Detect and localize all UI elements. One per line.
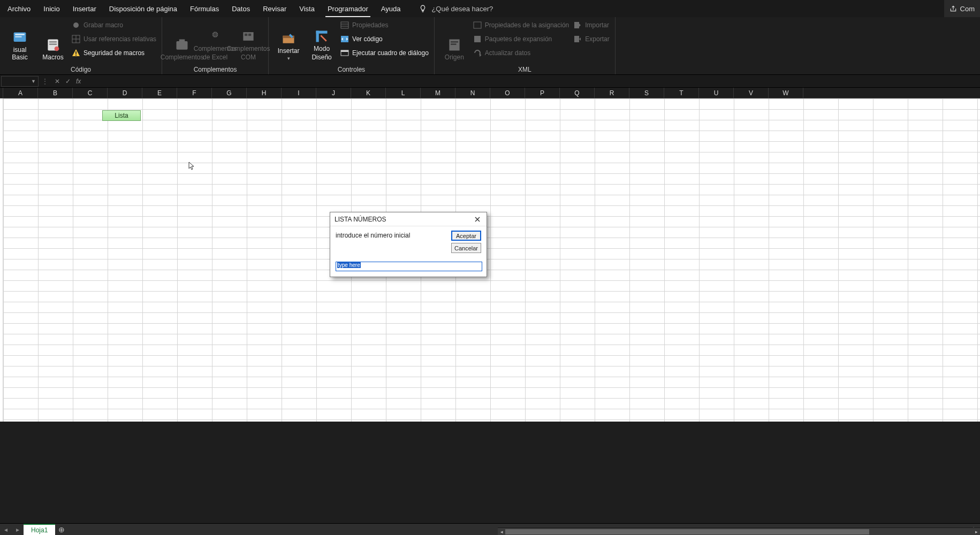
macros-button[interactable]: Macros: [39, 19, 67, 61]
tell-me-search[interactable]: ¿Qué desea hacer?: [419, 4, 493, 13]
col-header[interactable]: V: [734, 88, 769, 98]
sheet-tab-hoja1[interactable]: Hoja1: [24, 524, 55, 536]
relative-refs-button[interactable]: Usar referencias relativas: [72, 33, 156, 45]
col-header[interactable]: E: [142, 88, 177, 98]
svg-rect-11: [75, 51, 77, 54]
xml-source-label: Origen: [445, 54, 464, 61]
chevron-down-icon: ▾: [287, 56, 290, 61]
col-header[interactable]: S: [629, 88, 664, 98]
col-header[interactable]: J: [316, 88, 351, 98]
fx-icon[interactable]: fx: [76, 78, 81, 85]
macro-security-label: Seguridad de macros: [83, 49, 145, 57]
spreadsheet-grid[interactable]: Lista LISTA NÚMEROS introduce el número …: [0, 98, 980, 422]
svg-rect-31: [451, 43, 457, 45]
sheet-nav-prev[interactable]: ◂: [0, 526, 12, 533]
addins-button[interactable]: Complementos: [168, 19, 196, 61]
macro-security-button[interactable]: Seguridad de macros: [72, 47, 156, 59]
input-dialog: LISTA NÚMEROS introduce el número inicia…: [330, 212, 487, 277]
xml-source-button[interactable]: Origen: [440, 19, 469, 61]
name-box[interactable]: ▼: [1, 76, 39, 87]
tab-revisar[interactable]: Revisar: [256, 0, 293, 17]
view-code-label: Ver código: [352, 35, 383, 43]
col-header[interactable]: B: [38, 88, 73, 98]
export-xml-button[interactable]: Exportar: [573, 33, 609, 45]
properties-label: Propiedades: [352, 21, 388, 29]
dialog-title-text: LISTA NÚMEROS: [335, 216, 386, 223]
horizontal-scrollbar[interactable]: ◂ ▸: [498, 528, 980, 535]
map-properties-label: Propiedades de la asignación: [485, 21, 569, 29]
tab-formulas[interactable]: Fórmulas: [184, 0, 225, 17]
col-header[interactable]: O: [490, 88, 525, 98]
com-addins-label1: Complementos: [227, 45, 270, 52]
col-header[interactable]: R: [595, 88, 629, 98]
svg-rect-2: [15, 36, 21, 37]
col-header[interactable]: M: [421, 88, 455, 98]
tab-disposicion[interactable]: Disposición de página: [103, 0, 184, 17]
col-header[interactable]: P: [525, 88, 560, 98]
col-header[interactable]: Q: [560, 88, 595, 98]
tab-insertar[interactable]: Insertar: [66, 0, 103, 17]
add-sheet-button[interactable]: ⊕: [55, 525, 68, 534]
expansion-packs-button[interactable]: Paquetes de expansión: [473, 33, 569, 45]
col-header[interactable]: C: [73, 88, 108, 98]
share-button[interactable]: Com: [944, 0, 980, 17]
tab-ayuda[interactable]: Ayuda: [375, 0, 407, 17]
refresh-data-button[interactable]: Actualizar datos: [473, 47, 569, 59]
run-dialog-button[interactable]: Ejecutar cuadro de diálogo: [340, 47, 429, 59]
dialog-accept-button[interactable]: Aceptar: [451, 231, 481, 241]
col-header[interactable]: K: [351, 88, 386, 98]
cancel-formula-icon[interactable]: ✕: [55, 78, 60, 85]
col-header[interactable]: U: [699, 88, 734, 98]
record-macro-button[interactable]: Grabar macro: [72, 19, 156, 31]
svg-rect-32: [474, 22, 481, 28]
group-complementos: Complementos Complementos de Excel Compl…: [162, 17, 269, 74]
tab-inicio[interactable]: Inicio: [37, 0, 66, 17]
svg-rect-34: [574, 22, 579, 28]
formula-input[interactable]: [87, 76, 980, 87]
import-xml-button[interactable]: Importar: [573, 19, 609, 31]
sheet-nav-next[interactable]: ▸: [12, 526, 24, 533]
col-header[interactable]: G: [212, 88, 247, 98]
tab-archivo[interactable]: Archivo: [1, 0, 37, 17]
scroll-left-icon[interactable]: ◂: [498, 528, 505, 535]
view-code-button[interactable]: Ver código: [340, 33, 429, 45]
dialog-close-button[interactable]: [473, 215, 482, 224]
dialog-titlebar[interactable]: LISTA NÚMEROS: [330, 212, 487, 226]
scroll-right-icon[interactable]: ▸: [973, 528, 980, 535]
formula-bar: ▼ ⋮ ✕ ✓ fx: [0, 75, 980, 88]
excel-addins-button[interactable]: Complementos de Excel: [201, 19, 230, 61]
svg-rect-4: [49, 41, 57, 43]
dialog-cancel-button[interactable]: Cancelar: [451, 243, 481, 253]
addins-label: Complementos: [161, 54, 204, 61]
dialog-text-input[interactable]: type here: [336, 262, 482, 271]
col-header[interactable]: I: [282, 88, 316, 98]
svg-rect-17: [245, 34, 247, 36]
map-properties-button[interactable]: Propiedades de la asignación: [473, 19, 569, 31]
col-header[interactable]: W: [769, 88, 803, 98]
group-codigo-label: Código: [5, 65, 156, 73]
visual-basic-button[interactable]: isual Basic: [5, 19, 34, 61]
col-header[interactable]: L: [386, 88, 421, 98]
col-header[interactable]: N: [455, 88, 490, 98]
tab-datos[interactable]: Datos: [225, 0, 256, 17]
design-mode-button[interactable]: Modo Diseño: [307, 19, 336, 61]
col-header[interactable]: D: [108, 88, 142, 98]
svg-rect-18: [248, 34, 251, 36]
enter-formula-icon[interactable]: ✓: [65, 78, 71, 85]
tab-vista[interactable]: Vista: [293, 0, 321, 17]
insert-control-button[interactable]: Insertar ▾: [274, 19, 303, 61]
com-addins-button[interactable]: Complementos COM: [234, 19, 263, 61]
lista-macro-button[interactable]: Lista: [102, 110, 141, 121]
record-icon: [72, 21, 80, 29]
scrollbar-thumb[interactable]: [505, 529, 869, 534]
properties-button[interactable]: Propiedades: [340, 19, 429, 31]
excel-addins-icon: [208, 29, 223, 44]
grid-icon: [72, 35, 80, 43]
col-header[interactable]: H: [247, 88, 282, 98]
col-header[interactable]: F: [177, 88, 212, 98]
share-icon: [949, 5, 957, 12]
com-addins-label2: COM: [241, 54, 256, 61]
tab-programador[interactable]: Programador: [321, 0, 375, 17]
col-header[interactable]: A: [3, 88, 38, 98]
col-header[interactable]: T: [664, 88, 699, 98]
